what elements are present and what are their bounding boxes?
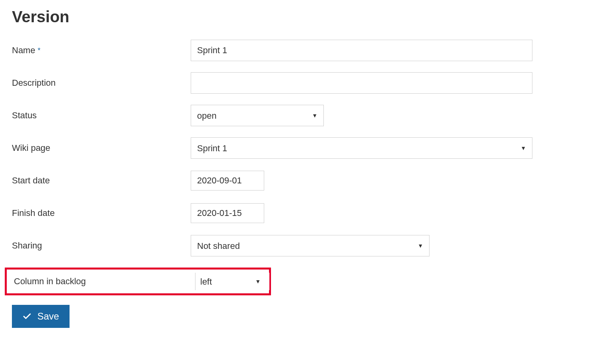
row-start-date: Start date <box>12 170 584 191</box>
label-wiki-page: Wiki page <box>12 143 191 153</box>
name-input[interactable] <box>191 40 532 61</box>
label-finish-date: Finish date <box>12 208 191 218</box>
finish-date-input[interactable] <box>191 203 264 223</box>
row-description: Description <box>12 72 584 94</box>
save-button[interactable]: Save <box>12 305 70 328</box>
label-column-in-backlog: Column in backlog <box>14 276 195 287</box>
row-finish-date: Finish date <box>12 202 584 224</box>
row-column-in-backlog: Column in backlog left ▼ <box>14 273 269 290</box>
highlight-column-in-backlog: Column in backlog left ▼ <box>5 268 271 295</box>
check-icon <box>22 312 32 321</box>
label-sharing: Sharing <box>12 241 191 251</box>
row-status: Status open ▼ <box>12 105 584 126</box>
label-name: Name* <box>12 45 191 56</box>
required-mark: * <box>38 46 41 55</box>
row-name: Name* <box>12 40 584 61</box>
page-title: Version <box>12 8 584 26</box>
status-select[interactable]: open <box>191 105 324 126</box>
sharing-select[interactable]: Not shared <box>191 235 430 256</box>
label-status: Status <box>12 110 191 121</box>
label-description: Description <box>12 78 191 88</box>
wiki-page-select[interactable]: Sprint 1 <box>191 137 532 159</box>
start-date-input[interactable] <box>191 171 264 191</box>
label-start-date: Start date <box>12 175 191 186</box>
row-wiki-page: Wiki page Sprint 1 ▼ <box>12 137 584 159</box>
row-sharing: Sharing Not shared ▼ <box>12 235 584 256</box>
description-input[interactable] <box>191 72 532 94</box>
column-in-backlog-select[interactable]: left <box>195 273 269 290</box>
save-button-label: Save <box>37 311 59 322</box>
